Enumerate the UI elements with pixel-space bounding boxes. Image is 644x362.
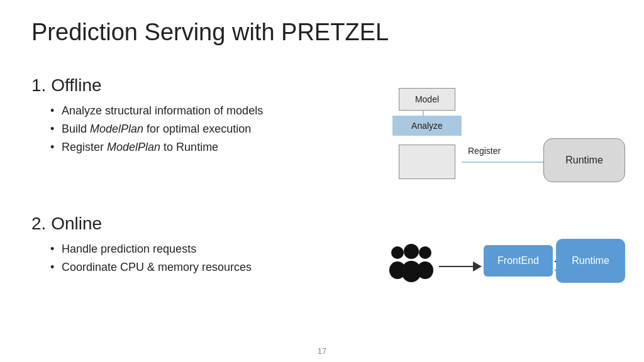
arrow-head: [473, 261, 482, 272]
offline-bullet-list: Analyze structural information of models…: [50, 102, 371, 156]
offline-bullet-3: Register ModelPlan to Runtime: [50, 138, 371, 156]
online-bullet-list: Handle prediction requests Coordinate CP…: [50, 240, 371, 277]
register-label: Register: [468, 146, 501, 156]
model-box: Model: [399, 88, 455, 111]
online-bullet-1: Handle prediction requests: [50, 240, 371, 258]
offline-heading: 1. Offline: [31, 75, 371, 96]
users-icon: [386, 239, 436, 289]
frontend-box: FrontEnd: [484, 245, 553, 277]
online-diagram: FrontEnd Runtime: [386, 226, 625, 327]
offline-section: 1. Offline Analyze structural informatio…: [31, 75, 371, 156]
runtime-offline-box: Runtime: [543, 138, 625, 182]
slide: Prediction Serving with PRETZEL 1. Offli…: [0, 0, 644, 362]
online-bullet-2: Coordinate CPU & memory resources: [50, 258, 371, 277]
online-section: 2. Online Handle prediction requests Coo…: [31, 214, 371, 277]
slide-title: Prediction Serving with PRETZEL: [31, 19, 613, 46]
users-to-frontend-arrow: [439, 261, 482, 272]
offline-bullet-2: Build ModelPlan for optimal execution: [50, 120, 371, 138]
modelplan-box: [399, 145, 455, 179]
register-arrow-line: [462, 162, 551, 163]
svg-point-5: [401, 261, 421, 282]
runtime-online-box: Runtime: [556, 239, 625, 283]
analyze-box: Analyze: [392, 116, 462, 136]
page-number: 17: [318, 346, 326, 356]
arrow-line: [439, 266, 473, 267]
offline-diagram: Model Analyze Register Runtime: [386, 88, 625, 201]
offline-bullet-1: Analyze structural information of models: [50, 102, 371, 120]
online-heading: 2. Online: [31, 214, 371, 234]
svg-point-2: [419, 246, 431, 259]
svg-point-4: [404, 244, 419, 259]
svg-point-0: [391, 246, 404, 259]
